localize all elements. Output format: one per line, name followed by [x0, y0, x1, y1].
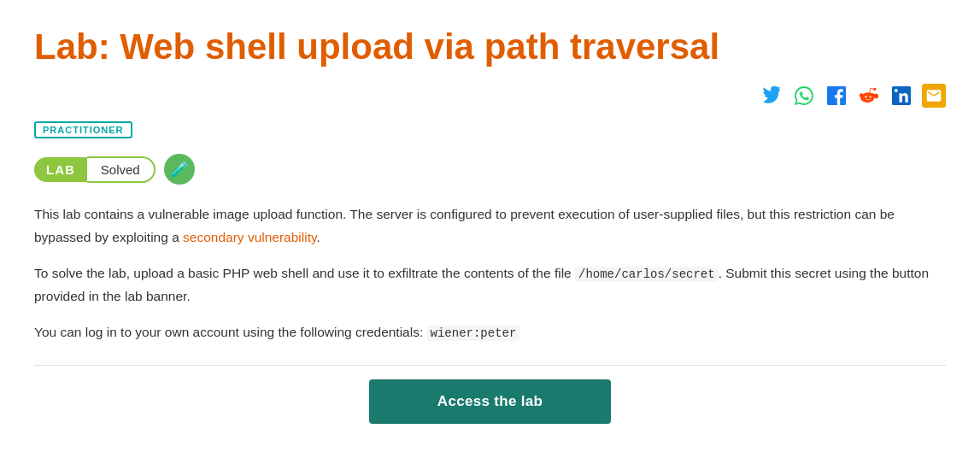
- secondary-vulnerability-link[interactable]: secondary vulnerability: [183, 230, 317, 244]
- description-paragraph-2: To solve the lab, upload a basic PHP web…: [34, 262, 946, 308]
- facebook-icon[interactable]: [824, 84, 848, 108]
- access-lab-section: Access the lab: [34, 365, 946, 424]
- flask-icon: 🧪: [164, 154, 195, 185]
- description-paragraph-3: You can log in to your own account using…: [34, 321, 946, 344]
- access-lab-button[interactable]: Access the lab: [369, 379, 611, 424]
- twitter-icon[interactable]: [760, 84, 783, 108]
- lab-status-bar: LAB Solved 🧪: [34, 154, 946, 185]
- description-paragraph-1: This lab contains a vulnerable image upl…: [34, 203, 946, 249]
- social-icons-bar: [34, 84, 946, 108]
- page-title: Lab: Web shell upload via path traversal: [34, 26, 946, 68]
- linkedin-icon[interactable]: [889, 84, 913, 108]
- email-icon[interactable]: [922, 84, 946, 108]
- file-path-code: /home/carlos/secret: [575, 267, 719, 282]
- whatsapp-icon[interactable]: [792, 84, 816, 108]
- reddit-icon[interactable]: [857, 84, 881, 108]
- difficulty-badge: PRACTITIONER: [34, 121, 132, 138]
- credentials-code: wiener:peter: [427, 326, 520, 341]
- lab-label: LAB: [34, 157, 87, 182]
- solved-label: Solved: [87, 156, 156, 183]
